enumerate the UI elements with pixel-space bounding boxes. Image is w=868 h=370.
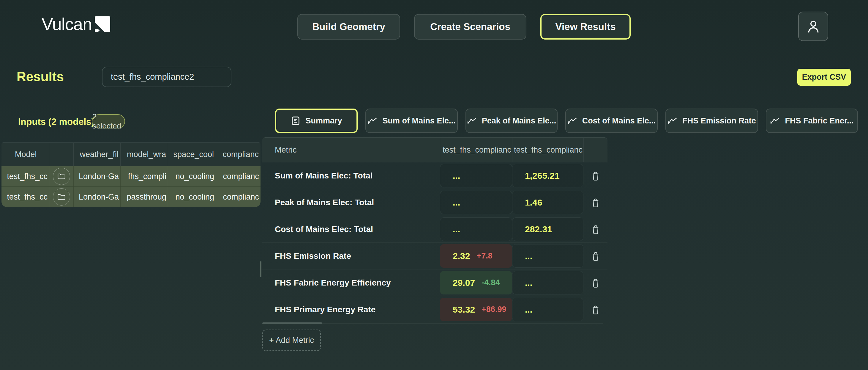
main-nav: Build Geometry Create Scenarios View Res… <box>297 14 631 39</box>
tab-label: Summary <box>305 116 342 125</box>
folder-icon <box>58 173 65 180</box>
delta-value: -4.84 <box>482 278 500 287</box>
space-cooling-cell: no_cooling <box>168 166 216 187</box>
tab-label: Sum of Mains Ele... <box>382 116 455 125</box>
metric-row: FHS Emission Rate 2.32 +7.8 ... <box>262 243 608 269</box>
line-chart-icon <box>668 117 678 124</box>
metric-value-cell: 1,265.21 <box>512 164 583 188</box>
tab-label: Peak of Mains Ele... <box>482 116 556 125</box>
metric-value-cell: 1.46 <box>512 191 583 214</box>
weather-file-cell: London-Ga <box>73 187 120 207</box>
delete-metric-button[interactable] <box>583 269 608 296</box>
user-account-button[interactable] <box>798 11 828 41</box>
input-model-row[interactable]: test_fhs_cc London-Ga passthroug no_cool… <box>1 187 260 207</box>
trash-icon <box>591 278 600 288</box>
metric-value-cell: ... <box>512 298 583 321</box>
delete-metric-button[interactable] <box>583 243 608 269</box>
metric-value-cell: ... <box>512 244 583 268</box>
run-name-input[interactable] <box>102 67 231 87</box>
column-header-run1[interactable]: test_fhs_complianc <box>440 138 512 162</box>
delete-metric-button[interactable] <box>583 296 608 323</box>
column-header-open <box>49 143 73 166</box>
column-header-weather-file[interactable]: weather_fil <box>73 143 120 166</box>
user-icon <box>807 19 820 34</box>
delete-metric-button[interactable] <box>583 189 608 216</box>
metric-name: FHS Fabric Energy Efficiency <box>262 269 440 296</box>
tab-cost-of-mains-elec[interactable]: Cost of Mains Ele... <box>565 109 658 133</box>
vulcan-app: Vulcan Build Geometry Create Scenarios V… <box>0 0 868 370</box>
input-model-row[interactable]: test_fhs_cc London-Ga fhs_compli no_cool… <box>1 166 260 187</box>
vertical-scrollbar-thumb[interactable] <box>260 261 261 277</box>
delete-metric-button[interactable] <box>583 162 608 189</box>
metric-value-cell: ... <box>440 164 512 188</box>
export-csv-button[interactable]: Export CSV <box>797 69 851 86</box>
column-header-model-wrapper[interactable]: model_wra <box>120 143 168 166</box>
metrics-table: Metric test_fhs_complianc test_fhs_compl… <box>262 137 608 323</box>
metric-name: FHS Primary Energy Rate <box>262 296 440 323</box>
summary-list-icon <box>290 116 301 126</box>
weather-file-cell: London-Ga <box>73 166 120 187</box>
tab-fhs-fabric-energy[interactable]: FHS Fabric Ener... <box>766 109 858 133</box>
space-cooling-cell: no_cooling <box>168 187 216 207</box>
page-title: Results <box>17 69 64 84</box>
line-chart-icon <box>567 117 578 124</box>
nav-build-geometry-button[interactable]: Build Geometry <box>297 14 400 39</box>
metric-value-cell: 282.31 <box>512 218 583 241</box>
trash-icon <box>591 251 600 261</box>
metric-value-cell-negative: 2.32 +7.8 <box>440 244 512 268</box>
tab-label: Cost of Mains Ele... <box>582 116 656 125</box>
metric-tabs: Summary Sum of Mains Ele... Peak of Main… <box>275 109 858 133</box>
column-header-run2[interactable]: test_fhs_complianc <box>512 138 583 162</box>
model-name-cell: test_fhs_cc <box>1 187 49 207</box>
vulcan-logo-text: Vulcan <box>41 16 92 33</box>
trash-icon <box>591 198 600 207</box>
metric-value-cell-positive: 29.07 -4.84 <box>440 271 512 294</box>
vulcan-logo-mark-icon <box>95 17 110 32</box>
metric-value-cell: ... <box>512 271 583 294</box>
metric-row: FHS Primary Energy Rate 53.32 +86.99 ... <box>262 296 608 323</box>
delete-metric-button[interactable] <box>583 216 608 243</box>
column-header-model[interactable]: Model <box>1 143 49 166</box>
trash-icon <box>591 225 600 234</box>
compliance-cell: complianc <box>216 166 260 187</box>
line-chart-icon <box>770 117 780 124</box>
model-wrapper-cell: passthroug <box>120 187 168 207</box>
column-header-compliance[interactable]: complianc <box>216 143 260 166</box>
horizontal-scrollbar-thumb[interactable] <box>262 322 322 324</box>
inputs-panel-title: Inputs (2 models) <box>18 117 94 127</box>
tab-sum-of-mains-elec[interactable]: Sum of Mains Ele... <box>365 109 458 133</box>
metric-row: Peak of Mains Elec: Total ... 1.46 <box>262 189 608 216</box>
metric-value-cell: ... <box>440 218 512 241</box>
trash-icon <box>591 171 600 180</box>
tab-label: FHS Emission Rate <box>682 116 756 125</box>
nav-create-scenarios-button[interactable]: Create Scenarios <box>414 14 526 39</box>
column-header-actions <box>583 138 608 162</box>
tab-peak-of-mains-elec[interactable]: Peak of Mains Ele... <box>465 109 558 133</box>
metric-name: Cost of Mains Elec: Total <box>262 216 440 243</box>
inputs-table: Model weather_fil model_wra space_cool c… <box>1 142 260 207</box>
metrics-table-header: Metric test_fhs_complianc test_fhs_compl… <box>262 137 608 162</box>
open-model-button[interactable] <box>53 168 70 185</box>
compliance-cell: complianc <box>216 187 260 207</box>
metric-name: Peak of Mains Elec: Total <box>262 189 440 216</box>
column-header-space-cooling[interactable]: space_cool <box>168 143 216 166</box>
add-metric-button[interactable]: + Add Metric <box>262 330 321 351</box>
open-model-button[interactable] <box>53 188 70 205</box>
inputs-table-header: Model weather_fil model_wra space_cool c… <box>1 142 260 166</box>
metric-value-cell: ... <box>440 191 512 214</box>
nav-label: View Results <box>556 21 616 32</box>
delta-value: +7.8 <box>476 251 492 260</box>
metric-row: FHS Fabric Energy Efficiency 29.07 -4.84… <box>262 269 608 296</box>
selected-count-badge: 2 selected <box>92 114 125 129</box>
nav-view-results-button[interactable]: View Results <box>540 14 631 39</box>
model-wrapper-cell: fhs_compli <box>120 166 168 187</box>
metric-name: Sum of Mains Elec: Total <box>262 162 440 189</box>
tab-summary[interactable]: Summary <box>275 109 358 133</box>
open-model-cell <box>49 166 73 187</box>
line-chart-icon <box>368 117 377 124</box>
tab-fhs-emission-rate[interactable]: FHS Emission Rate <box>665 109 758 133</box>
nav-label: Build Geometry <box>312 21 385 32</box>
nav-label: Create Scenarios <box>430 21 510 32</box>
vulcan-logo: Vulcan <box>41 16 110 33</box>
model-name-cell: test_fhs_cc <box>1 166 49 187</box>
